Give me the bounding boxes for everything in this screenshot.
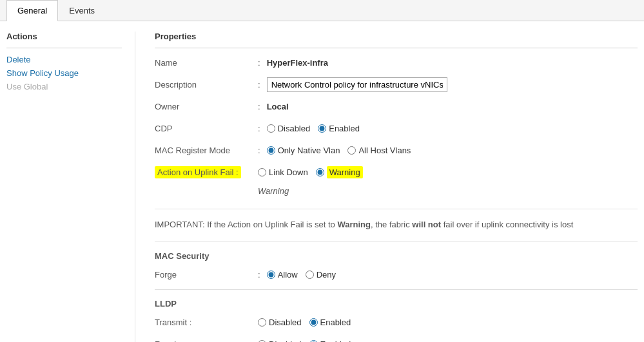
description-label: Description (155, 80, 258, 90)
cdp-radio-group: Disabled Enabled (267, 124, 360, 133)
forge-deny-option[interactable]: Deny (306, 270, 336, 280)
transmit-enabled-radio[interactable] (309, 318, 318, 327)
owner-label: Owner (155, 102, 258, 111)
important-prefix: IMPORTANT: If the Action on Uplink Fail … (155, 220, 337, 229)
transmit-disabled-option[interactable]: Disabled (258, 318, 302, 327)
action-warning-label: Warning (327, 166, 363, 178)
description-input[interactable] (267, 77, 447, 92)
receive-label: Receive : (155, 339, 258, 342)
show-policy-usage-link[interactable]: Show Policy Usage (6, 68, 122, 78)
transmit-disabled-label: Disabled (269, 318, 302, 327)
forge-label: Forge (155, 270, 258, 280)
use-global-link: Use Global (6, 82, 122, 91)
tab-general[interactable]: General (6, 0, 58, 21)
warning-sub-label: Warning (258, 186, 289, 196)
forge-allow-option[interactable]: Allow (267, 270, 298, 280)
important-middle: , the fabric (371, 220, 412, 229)
forge-allow-radio[interactable] (267, 271, 275, 279)
mac-register-radio-group: Only Native Vlan All Host Vlans (267, 146, 411, 155)
mac-security-divider (155, 242, 638, 242)
action-uplink-label-highlight: Action on Uplink Fail : (155, 166, 241, 178)
action-uplink-row: Action on Uplink Fail : Link Down Warnin… (155, 164, 638, 180)
forge-deny-label: Deny (317, 270, 336, 280)
cdp-disabled-label: Disabled (278, 124, 311, 133)
left-panel: Actions Delete Show Policy Usage Use Glo… (6, 32, 135, 342)
transmit-label: Transmit : (155, 318, 258, 327)
actions-divider (6, 48, 122, 48)
description-colon: : (258, 80, 260, 90)
properties-title: Properties (155, 32, 638, 41)
actions-title: Actions (6, 32, 122, 41)
name-row: Name : HyperFlex-infra (155, 55, 638, 70)
right-panel: Properties Name : HyperFlex-infra Descri… (135, 32, 638, 342)
action-uplink-label: Action on Uplink Fail : (155, 167, 258, 177)
transmit-radio-group: Disabled Enabled (258, 318, 351, 327)
owner-row: Owner : Local (155, 99, 638, 114)
mac-all-host-option[interactable]: All Host Vlans (347, 146, 411, 155)
receive-enabled-option[interactable]: Enabled (309, 339, 351, 342)
forge-row: Forge : Allow Deny (155, 267, 638, 283)
forge-deny-radio[interactable] (306, 271, 314, 279)
mac-all-host-radio[interactable] (347, 146, 356, 155)
delete-link[interactable]: Delete (6, 55, 122, 64)
properties-divider (155, 48, 638, 48)
receive-disabled-option[interactable]: Disabled (258, 339, 302, 342)
tab-events[interactable]: Events (58, 0, 106, 21)
cdp-label: CDP (155, 124, 258, 133)
lldp-divider (155, 289, 638, 290)
cdp-disabled-option[interactable]: Disabled (267, 124, 311, 133)
mac-only-native-option[interactable]: Only Native Vlan (267, 146, 340, 155)
mac-only-native-label: Only Native Vlan (278, 146, 340, 155)
owner-colon: : (258, 102, 260, 111)
owner-value: Local (267, 102, 289, 111)
receive-radio-group: Disabled Enabled (258, 339, 351, 342)
transmit-row: Transmit : Disabled Enabled (155, 315, 638, 330)
cdp-colon: : (258, 124, 260, 133)
action-link-down-option[interactable]: Link Down (258, 167, 308, 177)
mac-security-title: MAC Security (155, 251, 638, 261)
cdp-enabled-option[interactable]: Enabled (318, 124, 360, 133)
transmit-enabled-option[interactable]: Enabled (309, 318, 351, 327)
name-label: Name (155, 58, 258, 68)
important-willnot-word: will not (412, 220, 441, 229)
warning-sub-row: Warning (155, 186, 638, 202)
forge-colon: : (258, 270, 260, 280)
cdp-disabled-radio[interactable] (267, 124, 275, 133)
name-colon: : (258, 58, 260, 68)
action-warning-option[interactable]: Warning (316, 166, 363, 178)
warning-divider (155, 209, 638, 209)
receive-disabled-label: Disabled (269, 339, 302, 342)
important-notice: IMPORTANT: If the Action on Uplink Fail … (155, 218, 638, 231)
mac-register-row: MAC Register Mode : Only Native Vlan All… (155, 142, 638, 158)
tab-bar: General Events (0, 0, 644, 21)
cdp-enabled-radio[interactable] (318, 124, 326, 133)
description-row: Description : (155, 77, 638, 92)
mac-all-host-label: All Host Vlans (358, 146, 411, 155)
action-link-down-radio[interactable] (258, 168, 266, 176)
main-content: Actions Delete Show Policy Usage Use Glo… (0, 21, 644, 342)
cdp-row: CDP : Disabled Enabled (155, 120, 638, 136)
action-link-down-label: Link Down (269, 167, 308, 177)
important-suffix: fail over if uplink connectivity is lost (441, 220, 573, 229)
important-warning-word: Warning (337, 220, 371, 229)
receive-row: Receive : Disabled Enabled (155, 337, 638, 343)
cdp-enabled-label: Enabled (329, 124, 360, 133)
forge-radio-group: Allow Deny (267, 270, 336, 280)
transmit-enabled-label: Enabled (320, 318, 351, 327)
mac-register-label: MAC Register Mode (155, 146, 258, 155)
receive-enabled-label: Enabled (320, 339, 351, 342)
name-value: HyperFlex-infra (267, 58, 328, 68)
mac-register-colon: : (258, 146, 260, 155)
mac-only-native-radio[interactable] (267, 146, 275, 155)
transmit-disabled-radio[interactable] (258, 318, 266, 327)
action-warning-radio[interactable] (316, 168, 324, 176)
forge-allow-label: Allow (278, 270, 298, 280)
action-uplink-radio-group: Link Down Warning (258, 166, 363, 178)
lldp-title: LLDP (155, 299, 638, 309)
